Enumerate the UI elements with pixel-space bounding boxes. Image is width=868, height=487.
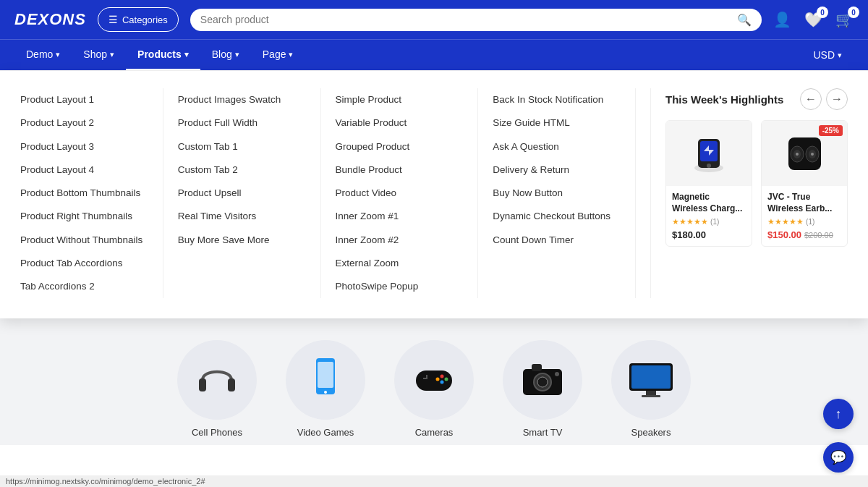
- search-input[interactable]: [200, 14, 731, 25]
- logo: DEXONS: [14, 10, 86, 29]
- svg-point-21: [441, 381, 444, 384]
- user-button[interactable]: 👤: [773, 11, 791, 28]
- main-nav: Demo ▾ Shop ▾ Products ▾ Blog ▾ Page ▾ U…: [0, 39, 868, 70]
- svg-point-25: [537, 377, 548, 387]
- dropdown-col-1: Product Layout 1Product Layout 2Product …: [20, 88, 163, 298]
- search-bar: 🔍: [190, 9, 762, 31]
- highlights-panel: This Week's Highlights ← → Magnetic Wire…: [650, 88, 848, 298]
- scroll-to-top-button[interactable]: ↑: [823, 399, 854, 429]
- dropdown-item[interactable]: Product Layout 4: [20, 158, 148, 182]
- regular-price: $180.00: [672, 229, 706, 240]
- category-circle: [503, 340, 582, 420]
- dropdown-item[interactable]: Inner Zoom #2: [336, 229, 464, 252]
- currency-label: USD: [813, 49, 835, 61]
- earbuds-icon: [781, 130, 828, 177]
- category-item[interactable]: Speakers: [600, 340, 702, 438]
- dropdown-item[interactable]: Real Time Visitors: [178, 205, 306, 228]
- product-card[interactable]: -25% JVC - True Wireless Earb...★★★★★ (1…: [761, 120, 848, 247]
- dropdown-item[interactable]: Product Without Thumbnails: [20, 229, 148, 252]
- category-label: Cell Phones: [192, 427, 242, 438]
- chevron-down-icon: ▾: [289, 50, 293, 59]
- category-item[interactable]: Cell Phones: [166, 340, 268, 438]
- svg-point-20: [445, 378, 448, 381]
- currency-selector[interactable]: USD ▾: [801, 41, 854, 69]
- header: DEXONS ☰ Categories 🔍 👤 🤍 0 🛒 0: [0, 0, 868, 39]
- chevron-down-icon: ▾: [110, 50, 114, 59]
- nav-products-label: Products: [137, 48, 182, 60]
- dropdown-item[interactable]: Product Upsell: [178, 182, 306, 205]
- dropdown-item[interactable]: Inner Zoom #1: [336, 205, 464, 228]
- dropdown-item[interactable]: Product Right Thumbnails: [20, 205, 148, 228]
- dropdown-col-4: Back In Stock NotificationSize Guide HTM…: [493, 88, 636, 298]
- dropdown-item[interactable]: Variable Product: [336, 111, 464, 135]
- nav-item-shop[interactable]: Shop ▾: [72, 40, 126, 70]
- dropdown-item[interactable]: Product Bottom Thumbnails: [20, 182, 148, 205]
- dropdown-item[interactable]: Product Full Width: [178, 111, 306, 135]
- product-image: -25%: [762, 121, 847, 186]
- search-button[interactable]: 🔍: [737, 13, 752, 27]
- highlights-title: This Week's Highlights: [665, 93, 783, 106]
- highlights-prev-button[interactable]: ←: [800, 88, 822, 110]
- highlights-next-button[interactable]: →: [826, 88, 848, 110]
- dropdown-item[interactable]: Size Guide HTML: [493, 111, 621, 135]
- products-row: Magnetic Wireless Charg...★★★★★ (1)$180.…: [665, 120, 848, 247]
- svg-rect-29: [631, 365, 671, 389]
- svg-point-9: [796, 153, 799, 156]
- dropdown-item[interactable]: Product Video: [336, 182, 464, 205]
- svg-rect-26: [532, 364, 542, 371]
- dropdown-item[interactable]: Buy Now Button: [493, 182, 621, 205]
- dropdown-item[interactable]: Product Layout 2: [20, 111, 148, 135]
- dropdown-item[interactable]: Bundle Product: [336, 158, 464, 182]
- dropdown-item[interactable]: Buy More Save More: [178, 229, 306, 252]
- svg-rect-31: [642, 395, 660, 397]
- category-label: Speakers: [631, 427, 671, 438]
- nav-item-page[interactable]: Page ▾: [251, 40, 305, 70]
- cart-badge: 0: [848, 7, 859, 18]
- product-name: Magnetic Wireless Charg...: [672, 192, 746, 214]
- category-item[interactable]: Video Games: [275, 340, 376, 438]
- wishlist-button[interactable]: 🤍 0: [804, 11, 822, 28]
- svg-rect-30: [646, 391, 656, 395]
- product-price: $180.00: [672, 229, 746, 240]
- categories-button[interactable]: ☰ Categories: [98, 7, 179, 32]
- dropdown-item[interactable]: Product Images Swatch: [178, 88, 306, 111]
- dropdown-item[interactable]: Delivery & Return: [493, 158, 621, 182]
- dropdown-item[interactable]: Product Layout 3: [20, 135, 148, 158]
- dropdown-item[interactable]: Ask A Question: [493, 135, 621, 158]
- nav-item-demo[interactable]: Demo ▾: [14, 40, 72, 70]
- dropdown-item[interactable]: Tab Accordions 2: [20, 275, 148, 298]
- product-card[interactable]: Magnetic Wireless Charg...★★★★★ (1)$180.…: [665, 120, 752, 247]
- category-circle: [394, 340, 474, 420]
- dropdown-item[interactable]: External Zoom: [336, 252, 464, 275]
- category-item[interactable]: Cameras: [383, 340, 485, 438]
- nav-item-blog[interactable]: Blog ▾: [200, 40, 251, 70]
- svg-rect-11: [199, 378, 206, 391]
- product-card-body: JVC - True Wireless Earb...★★★★★ (1)$150…: [762, 186, 847, 246]
- dropdown-item[interactable]: Back In Stock Notification: [493, 88, 621, 111]
- category-item[interactable]: Smart TV: [492, 340, 593, 438]
- highlights-header: This Week's Highlights ← →: [665, 88, 848, 110]
- dropdown-item[interactable]: Count Down Timer: [493, 229, 621, 252]
- dropdown-item[interactable]: Product Layout 1: [20, 88, 148, 111]
- category-label: Video Games: [297, 427, 354, 438]
- category-circle: [286, 340, 365, 420]
- dropdown-item[interactable]: Product Tab Accordions: [20, 252, 148, 275]
- svg-point-15: [324, 391, 327, 394]
- product-card-body: Magnetic Wireless Charg...★★★★★ (1)$180.…: [666, 186, 752, 246]
- chevron-down-icon: ▾: [184, 50, 189, 59]
- dropdown-item[interactable]: Custom Tab 1: [178, 135, 306, 158]
- dropdown-item[interactable]: Custom Tab 2: [178, 158, 306, 182]
- svg-rect-18: [426, 375, 427, 379]
- svg-point-19: [441, 375, 444, 378]
- dropdown-item[interactable]: Dynamic Checkout Buttons: [493, 205, 621, 228]
- dropdown-item[interactable]: Simple Product: [336, 88, 464, 111]
- dropdown-item[interactable]: Grouped Product: [336, 135, 464, 158]
- cart-button[interactable]: 🛒 0: [835, 11, 854, 28]
- dropdown-item[interactable]: PhotoSwipe Popup: [336, 275, 464, 298]
- highlights-nav: ← →: [800, 88, 848, 110]
- original-price: $200.00: [804, 231, 833, 240]
- svg-rect-14: [318, 362, 333, 388]
- category-label: Cameras: [415, 427, 454, 438]
- nav-item-products[interactable]: Products ▾: [126, 40, 200, 70]
- svg-point-27: [555, 372, 559, 376]
